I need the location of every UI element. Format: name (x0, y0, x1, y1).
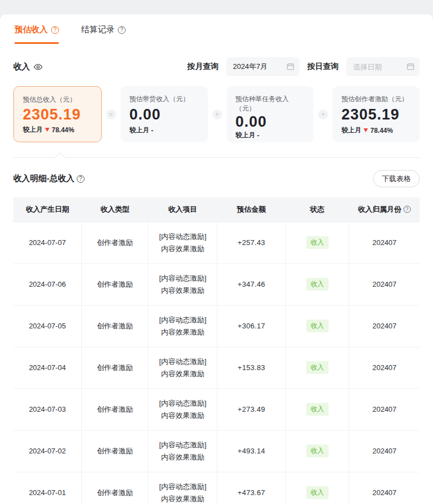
compare-label: 较上月 (130, 126, 150, 135)
table-row[interactable]: 2024-07-03 创作者激励 [内容动态激励] 内容效果激励 +273.49… (13, 388, 420, 430)
eye-icon[interactable] (33, 62, 43, 72)
cell-income-type: 创作者激励 (82, 222, 148, 263)
card-creator-incentive[interactable]: 预估创作者激励（元） 2305.19 较上月 78.44% (332, 86, 420, 142)
cell-income-date: 2024-07-05 (13, 305, 82, 347)
help-icon[interactable]: ? (77, 175, 84, 183)
help-icon[interactable]: ? (51, 26, 59, 34)
cell-status: 收入 (286, 222, 349, 263)
table-row[interactable]: 2024-07-05 创作者激励 [内容动态激励] 内容效果激励 +306.17… (13, 305, 420, 347)
tab-label: 结算记录 (81, 24, 115, 35)
cell-income-project: [内容动态激励] 内容效果激励 (148, 430, 217, 472)
trend-down-icon (45, 128, 49, 132)
card-seeding-task-income[interactable]: 预估种草任务收入（元） 0.00 较上月 - (227, 86, 314, 142)
operator-plus: + (208, 86, 227, 142)
card-compare: 较上月 - (236, 131, 305, 140)
plus-icon: + (318, 109, 328, 119)
cell-income-type: 创作者激励 (82, 305, 148, 347)
card-value: 0.00 (130, 106, 199, 123)
card-label: 预估创作者激励（元） (341, 94, 411, 104)
day-query-label: 按日查询 (307, 62, 339, 72)
cell-income-date: 2024-07-01 (13, 472, 82, 504)
cell-income-date: 2024-07-02 (13, 430, 82, 472)
cell-attribution-month: 202407 (349, 388, 420, 430)
card-value: 0.00 (236, 113, 305, 131)
cell-income-project: [内容动态激励] 内容效果激励 (148, 347, 217, 388)
table-row[interactable]: 2024-07-06 创作者激励 [内容动态激励] 内容效果激励 +347.46… (13, 263, 420, 305)
card-total-income[interactable]: 预估总收入（元） 2305.19 较上月 78.44% (13, 86, 102, 142)
tab-bar: 预估收入 ? 结算记录 ? (13, 14, 420, 44)
tab-estimated-income[interactable]: 预估收入 ? (14, 24, 59, 44)
help-icon[interactable]: ? (404, 206, 411, 213)
cell-attribution-month: 202407 (349, 305, 420, 347)
income-title-label: 收入 (13, 62, 30, 72)
header-status: 状态 (286, 197, 349, 222)
compare-change: 78.44% (370, 127, 393, 134)
cell-income-project: [内容动态激励] 内容效果激励 (148, 305, 217, 347)
card-label: 预估总收入（元） (23, 95, 92, 104)
divider-caret-icon (56, 153, 65, 162)
trend-down-icon (364, 128, 368, 132)
cell-income-date: 2024-07-07 (13, 222, 82, 263)
month-picker-input[interactable] (233, 63, 283, 71)
cell-attribution-month: 202407 (349, 472, 420, 504)
cell-estimated-amount: +306.17 (217, 305, 286, 347)
cell-income-type: 创作者激励 (82, 263, 148, 305)
day-picker-input[interactable] (353, 63, 403, 71)
main-panel: 预估收入 ? 结算记录 ? 收入 按月查询 (0, 14, 433, 504)
compare-change: - (257, 132, 260, 139)
detail-section-title: 收入明细-总收入 ? (13, 173, 84, 184)
operator-equals: = (102, 86, 121, 142)
card-compare: 较上月 78.44% (23, 125, 92, 134)
status-badge: 收入 (306, 403, 329, 416)
header-income-project: 收入项目 (148, 197, 217, 222)
table-row[interactable]: 2024-07-04 创作者激励 [内容动态激励] 内容效果激励 +153.83… (13, 347, 420, 388)
cell-income-project: [内容动态激励] 内容效果激励 (148, 388, 217, 430)
plus-icon: + (212, 109, 222, 119)
card-value: 2305.19 (23, 106, 92, 123)
header-income-type: 收入类型 (82, 197, 148, 222)
cell-income-type: 创作者激励 (82, 347, 148, 388)
operator-plus: + (313, 86, 332, 142)
income-title: 收入 (13, 62, 43, 72)
divider (13, 157, 420, 158)
cell-estimated-amount: +257.43 (217, 222, 286, 263)
table-row[interactable]: 2024-07-02 创作者激励 [内容动态激励] 内容效果激励 +493.14… (13, 430, 420, 472)
status-badge: 收入 (306, 278, 329, 291)
cell-income-date: 2024-07-04 (13, 347, 82, 388)
cell-estimated-amount: +473.67 (217, 472, 286, 504)
cell-income-project: [内容动态激励] 内容效果激励 (148, 472, 217, 504)
cell-attribution-month: 202407 (349, 430, 420, 472)
cell-income-date: 2024-07-06 (13, 263, 82, 305)
card-commerce-income[interactable]: 预估带货收入（元） 0.00 较上月 - (121, 86, 208, 142)
day-picker[interactable] (346, 57, 420, 76)
help-icon[interactable]: ? (118, 26, 126, 34)
calendar-icon[interactable] (286, 62, 295, 73)
header-estimated-amount: 预估金额 (217, 197, 286, 222)
detail-section-header: 收入明细-总收入 ? 下载表格 (13, 170, 420, 187)
cell-income-type: 创作者激励 (82, 472, 148, 504)
table-row[interactable]: 2024-07-07 创作者激励 [内容动态激励] 内容效果激励 +257.43… (13, 222, 420, 263)
calendar-icon[interactable] (406, 62, 415, 73)
card-value: 2305.19 (341, 106, 411, 123)
equals-icon: = (106, 109, 116, 119)
cell-status: 收入 (286, 430, 349, 472)
status-badge: 收入 (306, 236, 329, 249)
header-attribution-month: 收入归属月份 ? (349, 197, 420, 222)
cell-attribution-month: 202407 (349, 263, 420, 305)
table-body: 2024-07-07 创作者激励 [内容动态激励] 内容效果激励 +257.43… (13, 222, 420, 504)
cell-estimated-amount: +273.49 (217, 388, 286, 430)
cell-status: 收入 (286, 347, 349, 388)
cell-status: 收入 (286, 472, 349, 504)
month-picker[interactable] (226, 57, 300, 76)
table-row[interactable]: 2024-07-01 创作者激励 [内容动态激励] 内容效果激励 +473.67… (13, 472, 420, 504)
cell-estimated-amount: +153.83 (217, 347, 286, 388)
income-detail-table: 收入产生日期 收入类型 收入项目 预估金额 状态 收入归属月份 ? 2024-0… (13, 197, 420, 504)
cell-income-type: 创作者激励 (82, 430, 148, 472)
tab-settlement-records[interactable]: 结算记录 ? (81, 24, 126, 44)
status-badge: 收入 (306, 445, 329, 457)
compare-label: 较上月 (341, 126, 361, 135)
cell-estimated-amount: +493.14 (217, 430, 286, 472)
download-table-button[interactable]: 下载表格 (373, 170, 420, 187)
card-label: 预估种草任务收入（元） (236, 94, 305, 113)
cell-status: 收入 (286, 305, 349, 347)
